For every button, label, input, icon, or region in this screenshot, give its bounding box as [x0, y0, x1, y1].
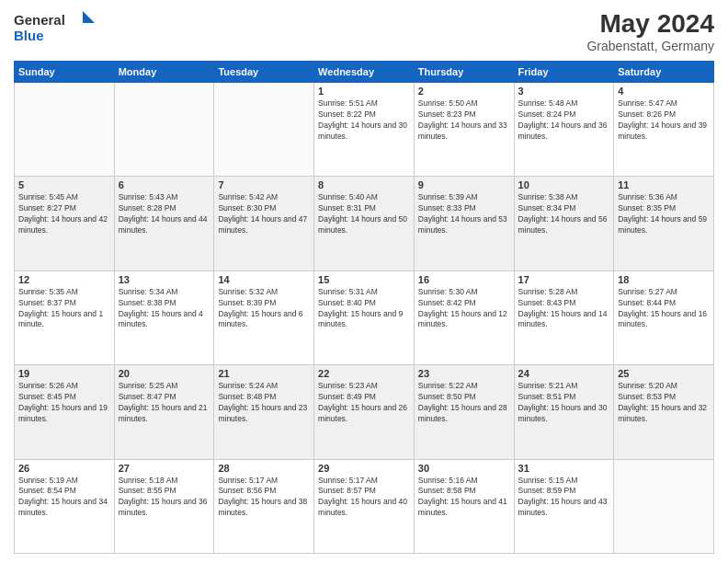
day-number: 26	[18, 463, 110, 474]
calendar-cell: 19Sunrise: 5:26 AM Sunset: 8:45 PM Dayli…	[15, 365, 115, 459]
cell-info: Sunrise: 5:21 AM Sunset: 8:51 PM Dayligh…	[518, 381, 610, 425]
calendar-header-friday: Friday	[514, 62, 614, 83]
header: General Blue May 2024 Grabenstatt, Germa…	[14, 9, 714, 53]
svg-text:Blue: Blue	[14, 28, 44, 43]
day-number: 23	[418, 368, 510, 379]
calendar-header-wednesday: Wednesday	[314, 62, 415, 83]
day-number: 20	[119, 368, 210, 379]
day-number: 29	[318, 463, 410, 474]
calendar-header-saturday: Saturday	[614, 62, 714, 83]
cell-info: Sunrise: 5:30 AM Sunset: 8:42 PM Dayligh…	[418, 287, 510, 331]
calendar-header-sunday: Sunday	[15, 62, 115, 83]
day-number: 14	[218, 274, 310, 285]
calendar-table: SundayMondayTuesdayWednesdayThursdayFrid…	[14, 61, 714, 554]
cell-info: Sunrise: 5:25 AM Sunset: 8:47 PM Dayligh…	[119, 381, 210, 425]
calendar-header-row: SundayMondayTuesdayWednesdayThursdayFrid…	[15, 62, 714, 83]
cell-info: Sunrise: 5:40 AM Sunset: 8:31 PM Dayligh…	[318, 192, 410, 236]
day-number: 8	[318, 179, 410, 190]
calendar-cell: 10Sunrise: 5:38 AM Sunset: 8:34 PM Dayli…	[514, 177, 614, 270]
calendar-header-thursday: Thursday	[414, 62, 514, 83]
calendar-cell: 25Sunrise: 5:20 AM Sunset: 8:53 PM Dayli…	[614, 365, 714, 459]
calendar-cell: 2Sunrise: 5:50 AM Sunset: 8:23 PM Daylig…	[414, 83, 514, 177]
calendar-cell: 9Sunrise: 5:39 AM Sunset: 8:33 PM Daylig…	[414, 177, 514, 270]
cell-info: Sunrise: 5:43 AM Sunset: 8:28 PM Dayligh…	[119, 192, 210, 236]
day-number: 18	[618, 274, 710, 285]
calendar-week-row: 12Sunrise: 5:35 AM Sunset: 8:37 PM Dayli…	[15, 270, 714, 364]
day-number: 15	[318, 274, 410, 285]
calendar-week-row: 5Sunrise: 5:45 AM Sunset: 8:27 PM Daylig…	[15, 177, 714, 270]
cell-info: Sunrise: 5:20 AM Sunset: 8:53 PM Dayligh…	[618, 381, 710, 425]
cell-info: Sunrise: 5:48 AM Sunset: 8:24 PM Dayligh…	[518, 98, 610, 143]
calendar-cell: 5Sunrise: 5:45 AM Sunset: 8:27 PM Daylig…	[15, 177, 115, 270]
day-number: 10	[518, 179, 610, 190]
calendar-cell: 11Sunrise: 5:36 AM Sunset: 8:35 PM Dayli…	[614, 177, 714, 270]
cell-info: Sunrise: 5:51 AM Sunset: 8:22 PM Dayligh…	[318, 98, 410, 143]
calendar-cell: 13Sunrise: 5:34 AM Sunset: 8:38 PM Dayli…	[114, 270, 214, 364]
day-number: 30	[418, 463, 510, 474]
calendar-cell: 26Sunrise: 5:19 AM Sunset: 8:54 PM Dayli…	[15, 459, 115, 553]
calendar-cell: 7Sunrise: 5:42 AM Sunset: 8:30 PM Daylig…	[214, 177, 314, 270]
calendar-cell	[15, 83, 115, 177]
calendar-cell: 8Sunrise: 5:40 AM Sunset: 8:31 PM Daylig…	[314, 177, 415, 270]
day-number: 2	[418, 86, 510, 97]
calendar-cell	[214, 83, 314, 177]
calendar-cell: 20Sunrise: 5:25 AM Sunset: 8:47 PM Dayli…	[114, 365, 214, 459]
day-number: 28	[218, 463, 310, 474]
calendar-header-monday: Monday	[114, 62, 214, 83]
calendar-cell: 15Sunrise: 5:31 AM Sunset: 8:40 PM Dayli…	[314, 270, 415, 364]
cell-info: Sunrise: 5:23 AM Sunset: 8:49 PM Dayligh…	[318, 381, 410, 425]
page: General Blue May 2024 Grabenstatt, Germa…	[0, 0, 728, 563]
cell-info: Sunrise: 5:19 AM Sunset: 8:54 PM Dayligh…	[18, 476, 110, 520]
day-number: 4	[618, 86, 710, 97]
day-number: 24	[518, 368, 610, 379]
logo-svg: General Blue	[14, 9, 97, 44]
day-number: 25	[618, 368, 710, 379]
cell-info: Sunrise: 5:50 AM Sunset: 8:23 PM Dayligh…	[418, 98, 510, 143]
day-number: 6	[119, 179, 210, 190]
calendar-cell: 17Sunrise: 5:28 AM Sunset: 8:43 PM Dayli…	[514, 270, 614, 364]
svg-marker-2	[83, 11, 95, 23]
calendar-cell: 29Sunrise: 5:17 AM Sunset: 8:57 PM Dayli…	[314, 459, 415, 553]
svg-text:General: General	[14, 12, 65, 28]
cell-info: Sunrise: 5:31 AM Sunset: 8:40 PM Dayligh…	[318, 287, 410, 331]
calendar-week-row: 19Sunrise: 5:26 AM Sunset: 8:45 PM Dayli…	[15, 365, 714, 459]
calendar-week-row: 1Sunrise: 5:51 AM Sunset: 8:22 PM Daylig…	[15, 83, 714, 177]
logo: General Blue	[14, 9, 97, 44]
calendar-cell: 12Sunrise: 5:35 AM Sunset: 8:37 PM Dayli…	[15, 270, 115, 364]
day-number: 1	[318, 86, 410, 97]
cell-info: Sunrise: 5:26 AM Sunset: 8:45 PM Dayligh…	[18, 381, 110, 425]
cell-info: Sunrise: 5:38 AM Sunset: 8:34 PM Dayligh…	[518, 192, 610, 236]
month-year-title: May 2024	[586, 9, 714, 39]
calendar-cell	[114, 83, 214, 177]
cell-info: Sunrise: 5:22 AM Sunset: 8:50 PM Dayligh…	[418, 381, 510, 425]
day-number: 31	[518, 463, 610, 474]
day-number: 21	[218, 368, 310, 379]
calendar-cell: 23Sunrise: 5:22 AM Sunset: 8:50 PM Dayli…	[414, 365, 514, 459]
calendar-cell: 16Sunrise: 5:30 AM Sunset: 8:42 PM Dayli…	[414, 270, 514, 364]
calendar-cell: 14Sunrise: 5:32 AM Sunset: 8:39 PM Dayli…	[214, 270, 314, 364]
cell-info: Sunrise: 5:16 AM Sunset: 8:58 PM Dayligh…	[418, 476, 510, 520]
cell-info: Sunrise: 5:34 AM Sunset: 8:38 PM Dayligh…	[119, 287, 210, 331]
cell-info: Sunrise: 5:47 AM Sunset: 8:26 PM Dayligh…	[618, 98, 710, 143]
day-number: 7	[218, 179, 310, 190]
cell-info: Sunrise: 5:17 AM Sunset: 8:56 PM Dayligh…	[218, 476, 310, 520]
calendar-cell: 4Sunrise: 5:47 AM Sunset: 8:26 PM Daylig…	[614, 83, 714, 177]
calendar-cell: 22Sunrise: 5:23 AM Sunset: 8:49 PM Dayli…	[314, 365, 415, 459]
cell-info: Sunrise: 5:35 AM Sunset: 8:37 PM Dayligh…	[18, 287, 110, 331]
calendar-header-tuesday: Tuesday	[214, 62, 314, 83]
calendar-cell: 21Sunrise: 5:24 AM Sunset: 8:48 PM Dayli…	[214, 365, 314, 459]
title-block: May 2024 Grabenstatt, Germany	[586, 9, 714, 53]
calendar-cell: 1Sunrise: 5:51 AM Sunset: 8:22 PM Daylig…	[314, 83, 415, 177]
day-number: 22	[318, 368, 410, 379]
day-number: 3	[518, 86, 610, 97]
cell-info: Sunrise: 5:45 AM Sunset: 8:27 PM Dayligh…	[18, 192, 110, 236]
calendar-cell: 28Sunrise: 5:17 AM Sunset: 8:56 PM Dayli…	[214, 459, 314, 553]
day-number: 13	[119, 274, 210, 285]
location-subtitle: Grabenstatt, Germany	[586, 39, 714, 53]
day-number: 12	[18, 274, 110, 285]
cell-info: Sunrise: 5:39 AM Sunset: 8:33 PM Dayligh…	[418, 192, 510, 236]
day-number: 11	[618, 179, 710, 190]
calendar-week-row: 26Sunrise: 5:19 AM Sunset: 8:54 PM Dayli…	[15, 459, 714, 553]
cell-info: Sunrise: 5:24 AM Sunset: 8:48 PM Dayligh…	[218, 381, 310, 425]
calendar-cell: 30Sunrise: 5:16 AM Sunset: 8:58 PM Dayli…	[414, 459, 514, 553]
